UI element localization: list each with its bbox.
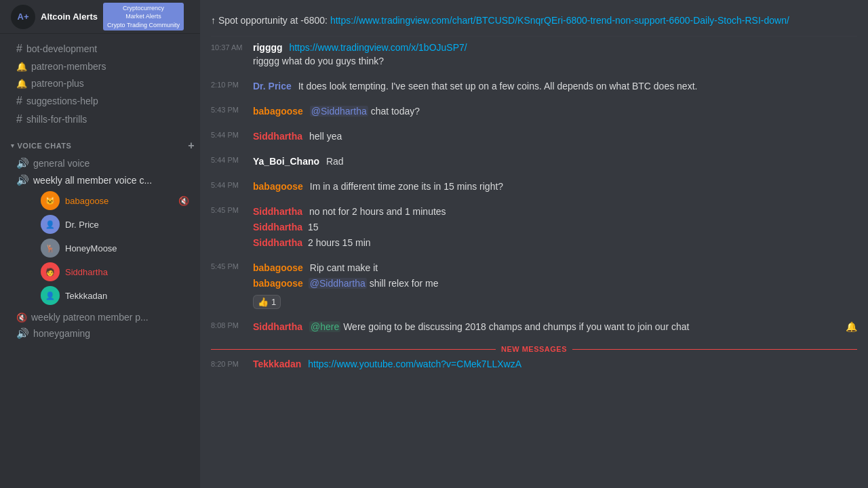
voice-channel-general[interactable]: 🔊 general voice [5, 155, 195, 171]
msg-content: rigggg https://www.tradingview.com/x/1bO… [253, 42, 857, 68]
msg-timestamp: 8:20 PM [211, 359, 245, 368]
msg-author: Tekkkadan [253, 359, 301, 369]
message-siddhartha-3: 8:08 PM Siddhartha @here Were going to b… [211, 320, 857, 334]
avatar-babagoose: 🐱 [41, 191, 60, 210]
avatar-siddhartha: 🧑 [41, 262, 60, 281]
msg-text: chat today? [371, 106, 420, 117]
channel-name: bot-development [26, 43, 97, 54]
msg-text: It does look tempting. I've seen that se… [298, 81, 698, 92]
msg-line-1: babagoose Rip cant make it [253, 261, 857, 275]
sub-text: shill relex for me [370, 278, 439, 289]
message-tekkkadan: 8:20 PM Tekkkadan https://www.youtube.co… [211, 359, 857, 369]
msg-author: Siddhartha [253, 131, 302, 142]
channel-list: # bot-development 🔔 patreon-members 🔔 pa… [0, 34, 200, 488]
msg-content: Tekkkadan https://www.youtube.com/watch?… [253, 359, 857, 369]
partial-top-message: ↑ Spot opportunity at -6800: https://www… [211, 11, 857, 37]
divider-line-right [572, 349, 857, 350]
voice-speaker-icon: 🔊 [16, 327, 29, 340]
msg-author: babagoose [253, 181, 303, 192]
mention-siddhartha: @Siddhartha [310, 106, 368, 117]
voice-chats-section-header[interactable]: ▾ VOICE CHATS + [0, 129, 200, 155]
msg-content: Ya_Boi_Chano Rad [253, 155, 857, 169]
mention-siddhartha: @Siddhartha [309, 278, 367, 289]
server-banner: Cryptocurrency Market Alerts Crypto Trad… [103, 3, 184, 31]
msg-line-1: Siddhartha no not for 2 hours and 1 minu… [253, 205, 857, 219]
channel-item-shills-for-thrills[interactable]: # shills-for-thrills [5, 110, 195, 128]
msg-timestamp: 5:45 PM [211, 261, 245, 270]
msg-line-3: Siddhartha 2 hours 15 min [253, 236, 857, 250]
msg-content: babagoose Im in a different time zone it… [253, 180, 857, 194]
participant-name-siddhartha: Siddhartha [65, 267, 189, 277]
voice-speaker-icon: 🔊 [16, 174, 29, 186]
sub-text: 2 hours 15 min [308, 237, 371, 248]
partial-link[interactable]: https://www.tradingview.com/chart/BTCUSD… [330, 15, 789, 26]
voice-participants-list: 🐱 babagoose 🔇 👤 Dr. Price 🦌 HoneyMoose [0, 189, 200, 307]
reaction-thumbsup[interactable]: 👍 1 [253, 295, 281, 309]
msg-text: no not for 2 hours and 1 minutes [309, 206, 446, 217]
partial-text: ↑ Spot opportunity at -6800: [211, 15, 330, 26]
channel-item-patreon-members[interactable]: 🔔 patreon-members [5, 58, 195, 75]
server-banner-box: Cryptocurrency Market Alerts Crypto Trad… [103, 3, 184, 31]
server-header[interactable]: A+ Altcoin Alerts Cryptocurrency Market … [0, 0, 200, 34]
channel-item-patreon-plus[interactable]: 🔔 patreon-plus [5, 75, 195, 92]
participant-drprice[interactable]: 👤 Dr. Price [35, 213, 195, 236]
sub-author: babagoose [253, 278, 303, 289]
msg-line-2: Siddhartha 15 [253, 220, 857, 235]
channel-name: shills-for-thrills [26, 114, 87, 125]
channel-item-bot-development[interactable]: # bot-development [5, 40, 195, 58]
msg-timestamp: 5:44 PM [211, 155, 245, 164]
participant-tekkkadan[interactable]: 👤 Tekkkadan [35, 284, 195, 307]
voice-channel-name: weekly all member voice c... [33, 175, 189, 186]
msg-content: Siddhartha no not for 2 hours and 1 minu… [253, 205, 857, 250]
msg-timestamp: 5:45 PM [211, 205, 245, 214]
text-channel-icon: # [16, 113, 22, 125]
msg-timestamp: 5:43 PM [211, 104, 245, 114]
chat-messages: ↑ Spot opportunity at -6800: https://www… [200, 0, 868, 488]
avatar-drprice: 👤 [41, 215, 60, 234]
voice-speaker-icon: 🔊 [16, 157, 29, 169]
voice-channel-honeygaming[interactable]: 🔊 honeygaming [5, 325, 195, 342]
message-babagoose-3: 5:45 PM babagoose Rip cant make it babag… [211, 261, 857, 309]
channel-name: suggestions-help [26, 96, 98, 106]
msg-author: babagoose [253, 106, 303, 117]
participant-name-honeymoose: HoneyMoose [65, 243, 189, 253]
bell-icon: 🔔 [16, 62, 27, 72]
mute-icon: 🔇 [178, 196, 189, 206]
voice-channel-weekly-all[interactable]: 🔊 weekly all member voice c... [5, 172, 195, 188]
msg-line-2: rigggg what do you guys think? [253, 54, 857, 68]
section-arrow-icon: ▾ [11, 142, 15, 149]
msg-timestamp: 10:37 AM [211, 42, 245, 52]
message-siddhartha-1: 5:44 PM Siddhartha hell yea [211, 129, 857, 144]
voice-channel-weekly-patreon[interactable]: 🔇 weekly patreon member p... [5, 310, 195, 325]
msg-link[interactable]: https://www.tradingview.com/x/1bOJuSP7/ [289, 42, 467, 53]
msg-text: Im in a different time zone its in 15 mi… [310, 181, 503, 192]
participant-siddhartha[interactable]: 🧑 Siddhartha [35, 260, 195, 283]
msg-text: Rad [326, 156, 344, 167]
sidebar: A+ Altcoin Alerts Cryptocurrency Market … [0, 0, 200, 488]
bell-icon: 🔔 [16, 79, 27, 89]
msg-timestamp: 5:44 PM [211, 180, 245, 189]
voice-section-label: VOICE CHATS [18, 142, 72, 150]
participant-babagoose[interactable]: 🐱 babagoose 🔇 [35, 189, 195, 212]
participant-name-tekkkadan: Tekkkadan [65, 291, 189, 301]
msg-timestamp: 8:08 PM [211, 320, 245, 329]
divider-line-left [211, 349, 496, 350]
channel-item-suggestions-help[interactable]: # suggestions-help [5, 92, 195, 110]
message-drprice: 2:10 PM Dr. Price It does look tempting.… [211, 79, 857, 94]
msg-timestamp: 2:10 PM [211, 79, 245, 89]
reaction-area: 👍 1 [253, 295, 857, 309]
server-logo-text: A+ [18, 12, 29, 22]
message-babagoose-2: 5:44 PM babagoose Im in a different time… [211, 180, 857, 194]
participant-honeymoose[interactable]: 🦌 HoneyMoose [35, 237, 195, 260]
reaction-count: 1 [271, 297, 276, 307]
msg-author: Siddhartha [253, 321, 302, 332]
youtube-link[interactable]: https://www.youtube.com/watch?v=CMek7LLX… [308, 359, 521, 369]
channel-name: patreon-plus [31, 78, 84, 89]
server-title-area: Altcoin Alerts [41, 12, 98, 22]
add-voice-channel-button[interactable]: + [188, 140, 195, 152]
msg-text: hell yea [309, 131, 342, 142]
message-rigggg: 10:37 AM rigggg https://www.tradingview.… [211, 42, 857, 68]
main-chat-area: ↑ Spot opportunity at -6800: https://www… [200, 0, 868, 488]
voice-channel-name: general voice [33, 158, 189, 169]
sub-author: Siddhartha [253, 222, 302, 232]
